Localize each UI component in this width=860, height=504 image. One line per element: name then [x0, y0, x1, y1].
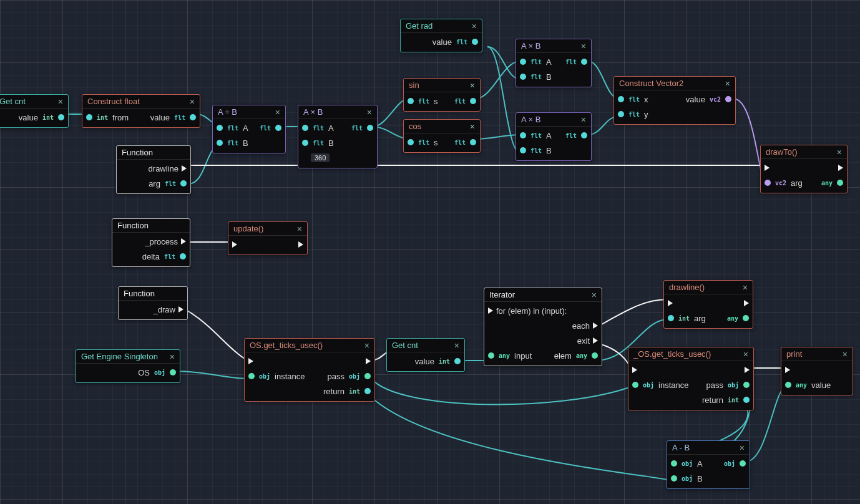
in-port[interactable]	[671, 460, 677, 467]
out-port[interactable]	[470, 139, 476, 145]
in-port[interactable]	[217, 125, 223, 131]
exec-out-icon[interactable]	[838, 165, 843, 171]
exec-in-icon[interactable]	[232, 241, 237, 248]
out-port[interactable]	[275, 125, 281, 131]
out-port[interactable]	[581, 59, 587, 65]
in-port[interactable]	[217, 140, 223, 146]
node-print[interactable]: print× anyvalue	[781, 347, 853, 395]
exec-out-icon[interactable]	[366, 358, 371, 364]
in-port[interactable]	[302, 140, 308, 146]
exec-in-icon[interactable]	[632, 367, 637, 373]
exec-out-icon[interactable]	[744, 300, 749, 306]
node-os-get-ticks-2[interactable]: _OS.get_ticks_usec()× objinstance objpas…	[628, 347, 754, 410]
exec-out-icon[interactable]	[593, 322, 598, 329]
exec-out-icon[interactable]	[181, 238, 186, 245]
exec-in-icon[interactable]	[668, 300, 673, 306]
node-a-div-b[interactable]: A ÷ B× fltA flt fltB	[212, 105, 286, 153]
close-icon[interactable]: ×	[274, 108, 281, 117]
close-icon[interactable]: ×	[366, 108, 373, 117]
exec-in-icon[interactable]	[488, 308, 493, 314]
node-drawline-call[interactable]: drawline()× intarg any	[663, 280, 753, 329]
in-port[interactable]	[671, 475, 677, 482]
out-port[interactable]	[740, 460, 746, 467]
out-port[interactable]	[454, 358, 461, 364]
out-port[interactable]	[592, 352, 598, 359]
node-update[interactable]: update()×	[228, 221, 308, 255]
node-iterator[interactable]: Iterator× for (elem) in (input): each ex…	[484, 288, 602, 366]
in-port[interactable]	[785, 382, 791, 388]
node-os-get-ticks-1[interactable]: OS.get_ticks_usec()× objinstance objpass…	[244, 338, 375, 402]
out-port[interactable]	[725, 96, 731, 102]
in-port[interactable]	[520, 59, 526, 65]
exec-out-icon[interactable]	[182, 165, 187, 172]
node-a-mul-b-3[interactable]: A × B× fltA flt fltB	[516, 112, 592, 161]
close-icon[interactable]: ×	[469, 122, 476, 131]
out-port[interactable]	[743, 315, 749, 321]
node-cos[interactable]: cos× flts flt	[403, 119, 481, 153]
in-port[interactable]	[488, 352, 494, 359]
node-a-minus-b[interactable]: A - B× objA obj objB	[667, 440, 750, 489]
exec-in-icon[interactable]	[248, 358, 253, 364]
in-port[interactable]	[632, 382, 638, 388]
node-a-mul-b-1[interactable]: A × B× fltA flt fltB 360	[298, 105, 378, 168]
out-port[interactable]	[581, 132, 587, 138]
close-icon[interactable]: ×	[836, 148, 843, 157]
close-icon[interactable]: ×	[453, 341, 461, 350]
in-port[interactable]	[520, 74, 526, 80]
close-icon[interactable]: ×	[590, 291, 598, 299]
close-icon[interactable]: ×	[741, 283, 749, 292]
node-get-cnt-1[interactable]: Get cnt× intvalue	[0, 94, 69, 128]
in-port[interactable]	[302, 125, 308, 131]
in-port[interactable]	[618, 96, 624, 102]
in-port[interactable]	[765, 180, 771, 186]
close-icon[interactable]: ×	[296, 225, 303, 233]
in-port[interactable]	[520, 147, 526, 153]
exec-out-icon[interactable]	[745, 367, 750, 373]
node-function-draw[interactable]: Function _draw	[118, 286, 188, 320]
in-port[interactable]	[668, 315, 674, 321]
close-icon[interactable]: ×	[580, 115, 587, 124]
out-port[interactable]	[364, 373, 371, 379]
node-sin[interactable]: sin× flts flt	[403, 78, 481, 112]
out-port[interactable]	[180, 180, 187, 187]
close-icon[interactable]: ×	[363, 341, 371, 350]
close-icon[interactable]: ×	[471, 22, 478, 31]
node-get-rad[interactable]: Get rad× fltvalue	[400, 19, 482, 52]
constant-value[interactable]: 360	[311, 153, 330, 162]
out-port[interactable]	[470, 98, 476, 104]
node-construct-vector2[interactable]: Construct Vector2× fltx vc2value flty	[613, 76, 736, 125]
node-construct-float[interactable]: Construct float× intfrom fltvalue	[82, 94, 200, 128]
node-get-engine-singleton[interactable]: Get Engine Singleton× objOS	[76, 349, 180, 383]
node-function-process[interactable]: Function _process fltdelta	[112, 218, 190, 267]
out-port[interactable]	[170, 369, 176, 376]
exec-out-icon[interactable]	[298, 241, 303, 248]
close-icon[interactable]: ×	[724, 79, 731, 88]
exec-in-icon[interactable]	[765, 165, 770, 171]
close-icon[interactable]: ×	[580, 42, 587, 51]
close-icon[interactable]: ×	[57, 97, 64, 106]
in-port[interactable]	[408, 139, 414, 145]
close-icon[interactable]: ×	[742, 350, 750, 359]
out-port[interactable]	[367, 125, 373, 131]
close-icon[interactable]: ×	[188, 97, 196, 106]
exec-in-icon[interactable]	[785, 367, 790, 373]
out-port[interactable]	[180, 253, 186, 259]
exec-out-icon[interactable]	[178, 306, 183, 313]
in-port[interactable]	[86, 114, 92, 120]
node-function-drawline[interactable]: Function drawline fltarg	[116, 145, 191, 194]
in-port[interactable]	[520, 132, 526, 138]
in-port[interactable]	[248, 373, 255, 379]
node-get-cnt-2[interactable]: Get cnt× intvalue	[386, 338, 465, 372]
node-a-mul-b-2[interactable]: A × B× fltA flt fltB	[516, 39, 592, 87]
in-port[interactable]	[408, 98, 414, 104]
close-icon[interactable]: ×	[469, 81, 476, 90]
close-icon[interactable]: ×	[841, 350, 849, 359]
close-icon[interactable]: ×	[169, 352, 176, 361]
out-port[interactable]	[58, 114, 64, 120]
exec-out-icon[interactable]	[593, 337, 598, 344]
out-port[interactable]	[190, 114, 196, 120]
out-port[interactable]	[837, 180, 843, 186]
node-drawto[interactable]: drawTo()× vc2arg any	[760, 145, 848, 193]
out-port[interactable]	[743, 382, 750, 388]
close-icon[interactable]: ×	[738, 443, 746, 452]
